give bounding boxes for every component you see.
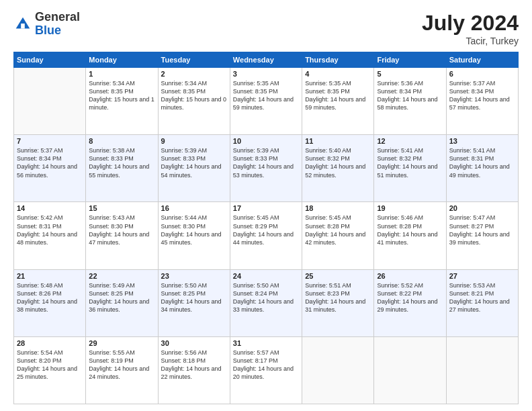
calendar-cell: 5Sunrise: 5:36 AMSunset: 8:34 PMDaylight… xyxy=(374,68,446,135)
calendar-table: SundayMondayTuesdayWednesdayThursdayFrid… xyxy=(13,52,519,404)
day-number: 1 xyxy=(89,70,154,78)
day-info: Sunrise: 5:39 AMSunset: 8:33 PMDaylight:… xyxy=(233,146,299,179)
calendar-cell: 28Sunrise: 5:54 AMSunset: 8:20 PMDayligh… xyxy=(14,336,86,404)
calendar-cell: 26Sunrise: 5:52 AMSunset: 8:22 PMDayligh… xyxy=(374,269,446,336)
calendar-cell: 23Sunrise: 5:50 AMSunset: 8:25 PMDayligh… xyxy=(158,269,230,336)
calendar-cell: 6Sunrise: 5:37 AMSunset: 8:34 PMDaylight… xyxy=(446,68,518,135)
calendar-header-row: SundayMondayTuesdayWednesdayThursdayFrid… xyxy=(14,52,519,68)
logo-text: General Blue xyxy=(35,11,80,38)
day-number: 22 xyxy=(89,272,154,280)
calendar-cell xyxy=(374,336,446,404)
day-info: Sunrise: 5:54 AMSunset: 8:20 PMDaylight:… xyxy=(17,349,83,381)
day-info: Sunrise: 5:49 AMSunset: 8:25 PMDaylight:… xyxy=(89,281,154,314)
calendar-cell: 2Sunrise: 5:34 AMSunset: 8:35 PMDaylight… xyxy=(158,68,230,135)
day-info: Sunrise: 5:48 AMSunset: 8:26 PMDaylight:… xyxy=(17,281,83,314)
calendar-cell: 31Sunrise: 5:57 AMSunset: 8:17 PMDayligh… xyxy=(230,336,302,404)
day-number: 9 xyxy=(161,137,227,145)
day-number: 15 xyxy=(89,204,154,212)
svg-rect-1 xyxy=(21,24,25,28)
day-number: 7 xyxy=(17,137,83,145)
day-number: 16 xyxy=(161,204,227,212)
day-info: Sunrise: 5:42 AMSunset: 8:31 PMDaylight:… xyxy=(17,214,83,246)
day-number: 20 xyxy=(449,204,515,212)
calendar-cell: 24Sunrise: 5:50 AMSunset: 8:24 PMDayligh… xyxy=(230,269,302,336)
day-number: 25 xyxy=(305,272,371,280)
calendar-cell: 7Sunrise: 5:37 AMSunset: 8:34 PMDaylight… xyxy=(14,135,86,202)
calendar-week-row: 1Sunrise: 5:34 AMSunset: 8:35 PMDaylight… xyxy=(14,68,519,135)
calendar-cell: 8Sunrise: 5:38 AMSunset: 8:33 PMDaylight… xyxy=(86,135,158,202)
day-number: 31 xyxy=(233,339,299,347)
calendar-cell: 27Sunrise: 5:53 AMSunset: 8:21 PMDayligh… xyxy=(446,269,518,336)
calendar-cell: 1Sunrise: 5:34 AMSunset: 8:35 PMDaylight… xyxy=(86,68,158,135)
calendar-cell: 29Sunrise: 5:55 AMSunset: 8:19 PMDayligh… xyxy=(86,336,158,404)
day-info: Sunrise: 5:50 AMSunset: 8:24 PMDaylight:… xyxy=(233,281,299,314)
day-number: 11 xyxy=(305,137,371,145)
logo-general-text: General xyxy=(35,11,80,24)
calendar-cell: 21Sunrise: 5:48 AMSunset: 8:26 PMDayligh… xyxy=(14,269,86,336)
calendar-cell xyxy=(14,68,86,135)
logo-blue-text: Blue xyxy=(35,24,80,38)
day-info: Sunrise: 5:47 AMSunset: 8:27 PMDaylight:… xyxy=(449,214,515,246)
calendar-cell xyxy=(302,336,374,404)
day-number: 6 xyxy=(449,70,515,78)
calendar-cell: 9Sunrise: 5:39 AMSunset: 8:33 PMDaylight… xyxy=(158,135,230,202)
day-number: 18 xyxy=(305,204,371,212)
day-number: 19 xyxy=(377,204,443,212)
day-info: Sunrise: 5:41 AMSunset: 8:32 PMDaylight:… xyxy=(377,146,443,179)
day-number: 26 xyxy=(377,272,443,280)
day-number: 8 xyxy=(89,137,154,145)
calendar-cell: 22Sunrise: 5:49 AMSunset: 8:25 PMDayligh… xyxy=(86,269,158,336)
day-info: Sunrise: 5:36 AMSunset: 8:34 PMDaylight:… xyxy=(377,79,443,112)
day-number: 5 xyxy=(377,70,443,78)
day-number: 2 xyxy=(161,70,227,78)
calendar-cell xyxy=(446,336,518,404)
day-number: 10 xyxy=(233,137,299,145)
logo: General Blue xyxy=(13,11,80,38)
day-number: 24 xyxy=(233,272,299,280)
day-number: 23 xyxy=(161,272,227,280)
day-info: Sunrise: 5:52 AMSunset: 8:22 PMDaylight:… xyxy=(377,281,443,314)
calendar-cell: 15Sunrise: 5:43 AMSunset: 8:30 PMDayligh… xyxy=(86,202,158,269)
day-info: Sunrise: 5:38 AMSunset: 8:33 PMDaylight:… xyxy=(89,146,154,179)
day-info: Sunrise: 5:39 AMSunset: 8:33 PMDaylight:… xyxy=(161,146,227,179)
calendar-cell: 30Sunrise: 5:56 AMSunset: 8:18 PMDayligh… xyxy=(158,336,230,404)
header: General Blue July 2024 Tacir, Turkey xyxy=(13,11,519,46)
day-number: 30 xyxy=(161,339,227,347)
day-info: Sunrise: 5:46 AMSunset: 8:28 PMDaylight:… xyxy=(377,214,443,246)
month-title: July 2024 xyxy=(422,11,519,36)
day-info: Sunrise: 5:40 AMSunset: 8:32 PMDaylight:… xyxy=(305,146,371,179)
day-info: Sunrise: 5:53 AMSunset: 8:21 PMDaylight:… xyxy=(449,281,515,314)
page: General Blue July 2024 Tacir, Turkey Sun… xyxy=(0,0,532,411)
calendar-header-sunday: Sunday xyxy=(14,52,86,68)
calendar-header-saturday: Saturday xyxy=(446,52,518,68)
title-block: July 2024 Tacir, Turkey xyxy=(422,11,519,46)
day-info: Sunrise: 5:35 AMSunset: 8:35 PMDaylight:… xyxy=(305,79,371,112)
calendar-week-row: 28Sunrise: 5:54 AMSunset: 8:20 PMDayligh… xyxy=(14,336,519,404)
day-info: Sunrise: 5:41 AMSunset: 8:31 PMDaylight:… xyxy=(449,146,515,179)
calendar-cell: 13Sunrise: 5:41 AMSunset: 8:31 PMDayligh… xyxy=(446,135,518,202)
calendar-header-wednesday: Wednesday xyxy=(230,52,302,68)
day-number: 17 xyxy=(233,204,299,212)
calendar-cell: 4Sunrise: 5:35 AMSunset: 8:35 PMDaylight… xyxy=(302,68,374,135)
day-info: Sunrise: 5:43 AMSunset: 8:30 PMDaylight:… xyxy=(89,214,154,246)
calendar-cell: 25Sunrise: 5:51 AMSunset: 8:23 PMDayligh… xyxy=(302,269,374,336)
day-number: 29 xyxy=(89,339,154,347)
calendar-header-friday: Friday xyxy=(374,52,446,68)
calendar-cell: 20Sunrise: 5:47 AMSunset: 8:27 PMDayligh… xyxy=(446,202,518,269)
day-number: 4 xyxy=(305,70,371,78)
calendar-cell: 14Sunrise: 5:42 AMSunset: 8:31 PMDayligh… xyxy=(14,202,86,269)
calendar-cell: 11Sunrise: 5:40 AMSunset: 8:32 PMDayligh… xyxy=(302,135,374,202)
calendar-cell: 12Sunrise: 5:41 AMSunset: 8:32 PMDayligh… xyxy=(374,135,446,202)
calendar-header-monday: Monday xyxy=(86,52,158,68)
day-number: 3 xyxy=(233,70,299,78)
day-info: Sunrise: 5:34 AMSunset: 8:35 PMDaylight:… xyxy=(89,79,154,112)
calendar-cell: 3Sunrise: 5:35 AMSunset: 8:35 PMDaylight… xyxy=(230,68,302,135)
calendar-week-row: 14Sunrise: 5:42 AMSunset: 8:31 PMDayligh… xyxy=(14,202,519,269)
calendar-cell: 18Sunrise: 5:45 AMSunset: 8:28 PMDayligh… xyxy=(302,202,374,269)
day-number: 28 xyxy=(17,339,83,347)
calendar-week-row: 21Sunrise: 5:48 AMSunset: 8:26 PMDayligh… xyxy=(14,269,519,336)
day-info: Sunrise: 5:37 AMSunset: 8:34 PMDaylight:… xyxy=(17,146,83,179)
calendar-cell: 10Sunrise: 5:39 AMSunset: 8:33 PMDayligh… xyxy=(230,135,302,202)
location: Tacir, Turkey xyxy=(422,36,519,46)
day-number: 27 xyxy=(449,272,515,280)
